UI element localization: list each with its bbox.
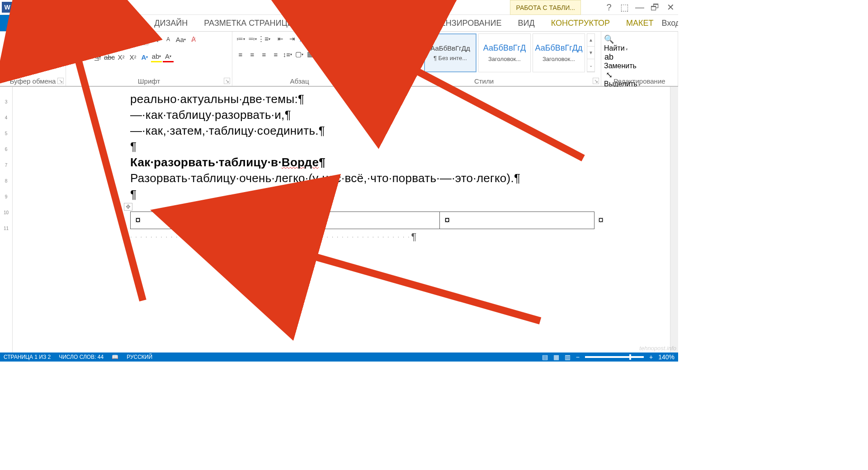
qat-customize-icon[interactable]: ▾ bbox=[59, 1, 65, 14]
underline-button[interactable]: Ч▾ bbox=[92, 52, 103, 62]
font-launcher-icon[interactable]: ↘ bbox=[224, 78, 230, 84]
style-name: Обычный bbox=[372, 55, 420, 61]
zoom-level[interactable]: 140% bbox=[658, 353, 675, 361]
paste-button[interactable]: 📋 Вставить ▾ bbox=[3, 33, 33, 71]
format-painter-icon[interactable]: 🖌 bbox=[35, 61, 45, 71]
redo-icon[interactable]: ↷ bbox=[46, 1, 59, 14]
bullets-icon[interactable]: ≔▾ bbox=[235, 33, 246, 44]
line-spacing-icon[interactable]: ↕≡▾ bbox=[282, 49, 293, 60]
increase-indent-icon[interactable]: ⇥ bbox=[287, 33, 297, 44]
view-read-icon[interactable]: ▤ bbox=[542, 353, 548, 361]
tab-page-layout[interactable]: РАЗМЕТКА СТРАНИЦЫ bbox=[196, 15, 302, 31]
subscript-button[interactable]: X2 bbox=[116, 52, 127, 62]
paragraph-text: ¶ bbox=[130, 187, 670, 202]
font-size-combo[interactable]: 14▾ bbox=[125, 33, 148, 45]
styles-scroll-up-icon[interactable]: ▲ bbox=[587, 34, 594, 47]
table-cell[interactable]: ¤ bbox=[131, 212, 285, 229]
text-effects-icon[interactable]: A▾ bbox=[139, 52, 150, 62]
ribbon-display-icon[interactable]: ⬚ bbox=[617, 0, 632, 15]
style-no-spacing[interactable]: АаБбВвГгДд ¶ Без инте... bbox=[424, 33, 476, 72]
styles-scroll-down-icon[interactable]: ▼ bbox=[587, 47, 594, 59]
style-heading1[interactable]: АаБбВвГгД Заголовок... bbox=[478, 33, 531, 72]
save-icon[interactable]: 💾 bbox=[14, 1, 27, 14]
document-table[interactable]: ¤ ¤ ¤ bbox=[130, 212, 594, 229]
minimize-icon[interactable]: — bbox=[632, 0, 647, 15]
vertical-scrollbar[interactable] bbox=[670, 87, 678, 352]
paragraph-launcher-icon[interactable]: ↘ bbox=[359, 78, 365, 84]
zoom-in-icon[interactable]: + bbox=[649, 353, 653, 361]
tab-review[interactable]: РЕЦЕНЗИРОВАНИЕ bbox=[415, 15, 509, 31]
grow-font-icon[interactable]: A bbox=[150, 34, 161, 45]
decrease-indent-icon[interactable]: ⇤ bbox=[275, 33, 286, 44]
superscript-button[interactable]: X2 bbox=[127, 52, 138, 62]
multilevel-list-icon[interactable]: ⋮≡▾ bbox=[259, 33, 269, 44]
shrink-font-icon[interactable]: A bbox=[163, 34, 174, 45]
tab-home[interactable]: ГЛАВНАЯ bbox=[39, 15, 94, 32]
clipboard-launcher-icon[interactable]: ↘ bbox=[57, 78, 64, 84]
align-left-icon[interactable]: ≡ bbox=[235, 49, 246, 60]
undo-icon[interactable]: ↶ bbox=[27, 1, 40, 14]
tab-design[interactable]: ДИЗАЙН bbox=[146, 15, 196, 31]
font-color-icon[interactable]: A▾ bbox=[163, 52, 174, 62]
shading-icon[interactable]: ▢▾ bbox=[294, 49, 305, 60]
bold-button[interactable]: Ж bbox=[69, 52, 80, 62]
undo-dropdown-icon[interactable]: ▾ bbox=[40, 1, 46, 14]
status-page[interactable]: СТРАНИЦА 1 ИЗ 2 bbox=[4, 354, 51, 360]
styles-expand-icon[interactable]: ⌄ bbox=[587, 59, 594, 72]
table-move-handle-icon[interactable]: ✥ bbox=[124, 203, 132, 211]
styles-launcher-icon[interactable]: ↘ bbox=[593, 78, 599, 84]
tab-table-layout[interactable]: МАКЕТ bbox=[618, 15, 662, 31]
align-right-icon[interactable]: ≡ bbox=[259, 49, 269, 60]
style-name: Заголовок... bbox=[481, 56, 528, 62]
document-page[interactable]: реально·актуальны·две·темы:¶ —·как·табли… bbox=[13, 87, 670, 352]
borders-icon[interactable]: ▦▾ bbox=[306, 49, 316, 60]
highlight-icon[interactable]: ab▾ bbox=[151, 52, 162, 62]
zoom-out-icon[interactable]: − bbox=[576, 353, 580, 361]
view-web-icon[interactable]: ▥ bbox=[565, 353, 571, 361]
italic-button[interactable]: К bbox=[80, 52, 91, 62]
table-cell[interactable]: ¤ bbox=[285, 212, 440, 229]
tab-table-design[interactable]: КОНСТРУКТОР bbox=[543, 15, 618, 31]
replace-button[interactable]: ab Заменить bbox=[604, 52, 637, 70]
style-heading2[interactable]: АаБбВвГгДд Заголовок... bbox=[533, 33, 585, 72]
strikethrough-button[interactable]: abc bbox=[104, 52, 115, 62]
view-print-icon[interactable]: ▦ bbox=[553, 353, 559, 361]
style-preview: АаБбВвГгДд bbox=[535, 43, 583, 53]
clear-formatting-icon[interactable]: A̷ bbox=[188, 34, 199, 45]
cut-icon[interactable]: ✂ bbox=[35, 36, 45, 46]
sort-icon[interactable]: A↓ bbox=[298, 33, 309, 44]
change-case-icon[interactable]: Aa▾ bbox=[175, 34, 186, 45]
justify-icon[interactable]: ≡ bbox=[270, 49, 281, 60]
status-language[interactable]: РУССКИЙ bbox=[127, 354, 152, 360]
align-center-icon[interactable]: ≡ bbox=[247, 49, 258, 60]
close-icon[interactable]: ✕ bbox=[663, 0, 678, 15]
status-bar: СТРАНИЦА 1 ИЗ 2 ЧИСЛО СЛОВ: 44 📖 РУССКИЙ… bbox=[0, 352, 678, 362]
row-end-mark: ¤ bbox=[594, 214, 604, 226]
paragraph-text: —·как·таблицу·разорвать·и,¶ bbox=[130, 107, 670, 123]
zoom-slider[interactable] bbox=[585, 356, 644, 358]
tab-view[interactable]: ВИД bbox=[510, 15, 543, 31]
style-normal[interactable]: АаБбВвГгДд Обычный bbox=[370, 33, 422, 72]
show-hide-paragraph-icon[interactable]: ¶ bbox=[310, 33, 321, 44]
sign-in-link[interactable]: Вход bbox=[662, 19, 678, 28]
numbering-icon[interactable]: ≕▾ bbox=[247, 33, 258, 44]
heading-text: Как·разорвать·таблицу·в·Ворде¶ bbox=[130, 155, 670, 170]
status-proofing-icon[interactable]: 📖 bbox=[112, 354, 118, 360]
tab-mailings[interactable]: РАССЫЛКИ bbox=[354, 15, 415, 31]
vertical-ruler[interactable]: 3 4 5 6 7 8 9 10 11 bbox=[0, 87, 13, 352]
table-cell[interactable]: ¤ bbox=[440, 212, 594, 229]
copy-icon[interactable]: ⧉ bbox=[35, 49, 45, 59]
style-preview: АаБбВвГгДд bbox=[430, 44, 470, 52]
font-name-combo[interactable]: Calibri (Осно▾ bbox=[69, 33, 123, 45]
contextual-tab-title: РАБОТА С ТАБЛИ... bbox=[510, 0, 581, 15]
tab-file[interactable]: ФАЙЛ bbox=[0, 15, 39, 31]
status-word-count[interactable]: ЧИСЛО СЛОВ: 44 bbox=[59, 354, 104, 360]
help-icon[interactable]: ? bbox=[601, 0, 617, 15]
find-button[interactable]: 🔍 Найти ▾ bbox=[604, 34, 628, 52]
restore-icon[interactable]: 🗗 bbox=[647, 0, 663, 15]
tab-insert[interactable]: ВСТАВКА bbox=[94, 15, 146, 31]
style-preview: АаБбВвГгДд bbox=[376, 44, 415, 52]
paragraph-text: реально·актуальны·две·темы:¶ bbox=[130, 91, 670, 107]
tab-references[interactable]: ССЫЛКИ bbox=[303, 15, 354, 31]
style-name: Заголовок... bbox=[535, 56, 583, 62]
